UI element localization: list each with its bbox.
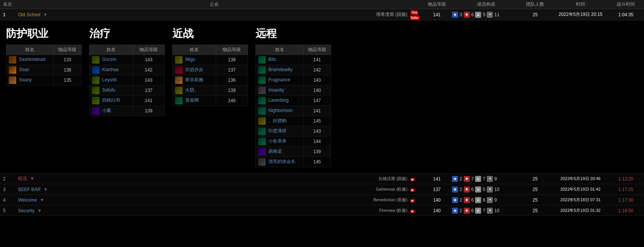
player-name-cell[interactable]: Leysritt <box>90 75 133 85</box>
yt-button[interactable]: ▶ <box>410 199 415 202</box>
player-name-cell[interactable]: 印度薄饼 <box>256 126 303 137</box>
player-name-cell[interactable]: Migo <box>173 55 216 65</box>
player-name-link[interactable]: Fragnance <box>268 77 290 82</box>
tank-table: 姓名 物品等级 Sashimidruid 133 Ssan 138 Ssany <box>6 45 82 85</box>
collapsed-row[interactable]: 2 暗流 ▼ 比格沃斯 (国服) ▶ 141 ⊕ 2 ✚ 7 ⚔ 7 ⌖ 9 2… <box>0 174 644 184</box>
table-row: 、好嫖购 145 <box>256 116 331 126</box>
player-name-link[interactable]: Kiarthas <box>102 67 119 72</box>
player-name-cell[interactable]: 小鱼乖乖 <box>256 137 303 147</box>
player-name-link[interactable]: Ssan <box>19 67 29 72</box>
player-name-link[interactable]: Bits <box>268 57 276 62</box>
player-name-cell[interactable]: Gvcsm <box>90 55 133 65</box>
player-name-link[interactable]: 漂亮的徐会长 <box>268 159 296 164</box>
rank1-guild[interactable]: Old School ▼ <box>18 12 335 17</box>
heal-icon: ✚ <box>464 197 470 203</box>
player-name-cell[interactable]: 英俊啊 <box>173 96 216 106</box>
cr-guild[interactable]: Security ▼ <box>18 208 213 213</box>
player-name-cell[interactable]: Bits <box>256 55 303 65</box>
player-name-cell[interactable]: Ssany <box>6 75 54 85</box>
cr-guild[interactable]: BEEF BAR ▼ <box>18 187 213 192</box>
player-name-link[interactable]: Migo <box>185 57 195 62</box>
rank1-dropdown[interactable]: ▼ <box>43 12 48 17</box>
player-name-link[interactable]: Leysritt <box>102 77 117 82</box>
cr-guild[interactable]: Welcome ▼ <box>18 197 213 203</box>
player-name-cell[interactable]: Nightxmoon <box>256 106 303 116</box>
cr-yt[interactable]: ▶ <box>410 208 422 213</box>
player-name-link[interactable]: 亦趋亦步 <box>185 67 203 72</box>
table-row: 四根白羽 141 <box>90 96 165 106</box>
player-name-link[interactable]: 、好嫖购 <box>268 118 286 123</box>
cr-guild-link[interactable]: 暗流 <box>18 176 27 181</box>
player-name-link[interactable]: 小薰、 <box>102 108 116 113</box>
rank1-range: 11 <box>494 12 499 17</box>
collapsed-rows: 2 暗流 ▼ 比格沃斯 (国服) ▶ 141 ⊕ 2 ✚ 7 ⚔ 7 ⌖ 9 2… <box>0 174 644 216</box>
player-name-cell[interactable]: 、好嫖购 <box>256 116 303 126</box>
player-name-link[interactable]: Braindeadly <box>268 67 292 72</box>
player-name-link[interactable]: 寒菲莉雅 <box>185 77 203 82</box>
player-name-cell[interactable]: Safufu <box>90 85 133 96</box>
player-name-link[interactable]: 英俊啊 <box>185 98 199 103</box>
cr-guild-link[interactable]: BEEF BAR <box>18 187 40 192</box>
player-name-cell[interactable]: Fragnance <box>256 75 303 85</box>
player-name-cell[interactable]: Insanity <box>256 85 303 96</box>
table-row: Nightxmoon 141 <box>256 106 331 116</box>
player-name-link[interactable]: Safufu <box>102 87 115 93</box>
player-name-cell[interactable]: 漂亮的徐会长 <box>256 157 303 167</box>
heal-icon: ✚ <box>464 12 470 18</box>
cr-guild[interactable]: 暗流 ▼ <box>18 176 213 182</box>
player-name-link[interactable]: 易格诺 <box>268 149 282 154</box>
cr-dropdown[interactable]: ▼ <box>40 197 44 203</box>
yt-button[interactable]: ▶ <box>410 178 415 181</box>
heal-icon: ✚ <box>464 176 470 182</box>
avatar <box>258 117 266 125</box>
yt-button[interactable]: ▶ <box>410 188 415 192</box>
player-name-link[interactable]: Sashimidruid <box>19 57 45 62</box>
cr-melee: 7 <box>483 208 485 213</box>
cr-dropdown[interactable]: ▼ <box>30 176 34 181</box>
cr-duration: 1:12:20 <box>611 176 641 182</box>
yt-button[interactable]: YouTube <box>410 10 420 20</box>
player-name-cell[interactable]: Braindeadly <box>256 65 303 75</box>
rank1-melee: 5 <box>483 12 485 17</box>
player-name-link[interactable]: Nightxmoon <box>268 108 293 113</box>
rank1-comp: ⊕ 3 ✚ 6 ⚔ 5 ⌖ 11 <box>452 12 520 18</box>
cr-yt[interactable]: ▶ <box>410 187 422 192</box>
player-ilvl: 138 <box>53 65 81 75</box>
player-name-cell[interactable]: 亦趋亦步 <box>173 65 216 75</box>
player-name-link[interactable]: 四根白羽 <box>102 98 120 103</box>
player-name-link[interactable]: Ssany <box>19 77 31 82</box>
rank1-guild-link[interactable]: Old School <box>18 12 40 17</box>
range-icon: ⌖ <box>487 197 493 203</box>
rank1-yt[interactable]: YouTube <box>410 9 422 20</box>
player-name-link[interactable]: Insanity <box>268 87 284 93</box>
cr-yt[interactable]: ▶ <box>410 176 422 182</box>
collapsed-row[interactable]: 3 BEEF BAR ▼ Gehennas (欧服) ▶ 137 ⊕ 2 ✚ 6… <box>0 184 644 195</box>
player-name-link[interactable]: Gvcsm <box>102 57 116 62</box>
cr-yt[interactable]: ▶ <box>410 197 422 203</box>
player-name-cell[interactable]: Ssan <box>6 65 54 75</box>
player-ilvl: 145 <box>303 157 331 167</box>
player-name-link[interactable]: 火阴、 <box>185 87 199 93</box>
player-name-cell[interactable]: 火阴、 <box>173 85 216 96</box>
player-name-cell[interactable]: Larenbing <box>256 96 303 106</box>
player-name-cell[interactable]: 四根白羽 <box>90 96 133 106</box>
player-name-cell[interactable]: 寒菲莉雅 <box>173 75 216 85</box>
avatar <box>258 127 266 135</box>
player-name-cell[interactable]: Sashimidruid <box>6 55 54 65</box>
collapsed-row[interactable]: 5 Security ▼ Firemaw (欧服) ▶ 140 ⊕ 2 ✚ 6 … <box>0 205 644 216</box>
cr-dropdown[interactable]: ▼ <box>37 208 42 213</box>
range-col-ilvl: 物品等级 <box>303 45 331 55</box>
cr-guild-link[interactable]: Welcome <box>18 197 37 203</box>
yt-button[interactable]: ▶ <box>410 210 415 213</box>
header-ilvl: 物品等级 <box>422 1 452 8</box>
player-name-cell[interactable]: 易格诺 <box>256 147 303 157</box>
player-name-link[interactable]: 印度薄饼 <box>268 128 286 134</box>
cr-guild-link[interactable]: Security <box>18 208 34 213</box>
player-name-link[interactable]: Larenbing <box>268 98 288 103</box>
player-name-cell[interactable]: Kiarthas <box>90 65 133 75</box>
player-name-link[interactable]: 小鱼乖乖 <box>268 138 286 144</box>
collapsed-row[interactable]: 4 Welcome ▼ Benediction (美服) ▶ 140 ⊕ 2 ✚… <box>0 195 644 205</box>
player-name-cell[interactable]: 小薰、 <box>90 106 133 116</box>
table-row: Insanity 140 <box>256 85 331 96</box>
cr-dropdown[interactable]: ▼ <box>43 187 48 192</box>
